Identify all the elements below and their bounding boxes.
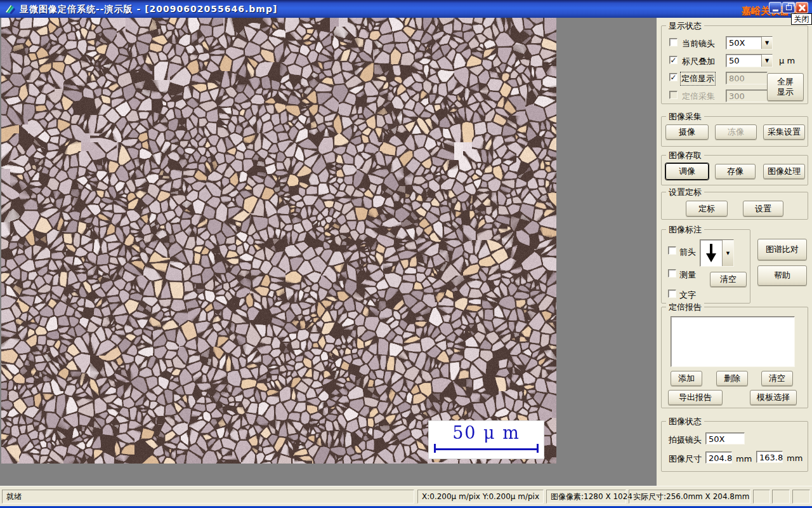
arrow-down-icon [700, 240, 722, 266]
save-image-button[interactable]: 存像 [715, 164, 756, 179]
group-calibration: 设置定标 定标 设置 [661, 192, 808, 220]
status-empty-2 [772, 490, 790, 504]
restore-icon [786, 5, 792, 10]
chevron-down-icon[interactable]: ▼ [761, 55, 772, 67]
status-actual-size: 实际尺寸:256.0mm X 204.8mm [629, 490, 750, 504]
group-image-status-title: 图像状态 [666, 416, 704, 427]
checkbox-text[interactable] [668, 290, 676, 298]
group-storage-title: 图像存取 [666, 150, 704, 161]
input-fixed-capture[interactable]: 300 [726, 90, 768, 102]
scale-bar-overlay: 50 μ m [429, 421, 544, 458]
scale-bar-line [434, 448, 539, 450]
combo-scale-value[interactable]: 50 ▼ [726, 54, 773, 67]
title-bar: 显微图像定倍系统--演示版 - [20090602055646.bmp] 嘉峪关… [0, 0, 812, 18]
group-capture-title: 图像采集 [666, 111, 704, 123]
group-calibration-title: 设置定标 [666, 187, 704, 198]
minimize-button[interactable] [769, 2, 782, 13]
close-icon [798, 4, 806, 11]
label-unit-mm-h: mm [787, 453, 802, 463]
settings-button[interactable]: 设置 [743, 201, 783, 217]
template-select-button[interactable]: 模板选择 [750, 390, 797, 405]
status-ready: 就绪 [2, 490, 414, 504]
app-window: 显微图像定倍系统--演示版 - [20090602055646.bmp] 嘉峪关… [0, 0, 812, 508]
report-add-button[interactable]: 添加 [671, 371, 702, 386]
group-report-title: 定倍报告 [666, 302, 704, 313]
label-arrow: 箭头 [679, 246, 696, 258]
group-annotation-title: 图像标注 [666, 224, 704, 236]
arrow-style-picker[interactable]: ▼ [700, 239, 734, 267]
chevron-down-icon[interactable]: ▼ [761, 37, 772, 49]
shoot-button[interactable]: 摄像 [665, 124, 709, 140]
capture-settings-button[interactable]: 采集设置 [763, 124, 805, 140]
checkbox-fixed-capture[interactable] [669, 91, 678, 99]
checkbox-measure[interactable] [668, 269, 676, 277]
label-scale-unit: μ m [779, 56, 795, 65]
minimize-icon [773, 10, 778, 11]
clear-annotation-button[interactable]: 清空 [710, 272, 747, 287]
group-capture: 图像采集 摄像 冻像 采集设置 [661, 116, 808, 147]
client-area: 50 μ m 显示状态 当前镜头 50X ▼ ✓ 标尺叠加 50 ▼ [0, 18, 812, 486]
checkbox-scale-overlay[interactable]: ✓ [669, 56, 678, 64]
group-storage: 图像存取 调像 存像 图像处理 [661, 155, 808, 185]
control-panel: 显示状态 当前镜头 50X ▼ ✓ 标尺叠加 50 ▼ μ m ✓ 定倍显示 8… [657, 18, 812, 486]
window-title: 显微图像定倍系统--演示版 - [20090602055646.bmp] [20, 4, 277, 15]
calibrate-button[interactable]: 定标 [686, 201, 728, 217]
group-display-status: 显示状态 当前镜头 50X ▼ ✓ 标尺叠加 50 ▼ μ m ✓ 定倍显示 8… [661, 25, 808, 104]
close-button[interactable] [796, 2, 808, 13]
micrograph-canvas[interactable] [1, 18, 556, 464]
chevron-down-icon[interactable]: ▼ [722, 240, 733, 266]
input-fixed-display[interactable]: 800 [726, 72, 768, 84]
image-process-button[interactable]: 图像处理 [763, 164, 805, 179]
label-current-lens: 当前镜头 [682, 38, 715, 50]
status-bar: 就绪 X:0.200μ m/pix Y:0.200μ m/pix 图像像素:12… [0, 486, 812, 506]
app-icon [4, 3, 16, 15]
load-image-button[interactable]: 调像 [665, 163, 709, 180]
label-text: 文字 [679, 290, 696, 301]
checkbox-fixed-display[interactable]: ✓ [669, 73, 678, 81]
close-tooltip: 关闭 [791, 13, 812, 25]
report-listbox[interactable] [671, 316, 795, 367]
freeze-button[interactable]: 冻像 [715, 124, 757, 140]
scale-bar-label: 50 μ m [429, 423, 544, 443]
status-empty-3 [792, 490, 810, 504]
label-unit-mm-w: mm [736, 454, 752, 464]
fullscreen-button[interactable]: 全屏显示 [767, 73, 804, 101]
group-annotation: 图像标注 箭头 ▼ 测量 清空 文字 [661, 229, 750, 304]
export-report-button[interactable]: 导出报告 [668, 390, 723, 405]
report-delete-button[interactable]: 删除 [716, 371, 748, 386]
status-image-pixels: 图像像素:1280 X 1024 [546, 490, 626, 504]
status-pixel-scale: X:0.200μ m/pix Y:0.200μ m/pix [417, 490, 544, 504]
input-image-width[interactable]: 204.8 [705, 451, 732, 464]
checkbox-current-lens[interactable] [669, 38, 678, 46]
label-fixed-capture: 定倍采集 [682, 91, 715, 102]
atlas-compare-button[interactable]: 图谱比对 [757, 239, 807, 260]
checkbox-arrow[interactable] [668, 246, 676, 255]
label-image-size: 图像尺寸 [669, 453, 702, 465]
label-scale-overlay: 标尺叠加 [682, 56, 715, 67]
combo-current-lens[interactable]: 50X ▼ [726, 36, 773, 50]
label-measure: 测量 [679, 269, 696, 281]
input-image-height[interactable]: 163.8 [756, 451, 783, 463]
status-empty-1 [753, 490, 770, 504]
input-shoot-lens[interactable]: 50X [705, 432, 745, 444]
group-display-status-title: 显示状态 [666, 20, 704, 32]
group-image-status: 图像状态 拍摄镜头 50X 图像尺寸 204.8 mm 163.8 mm [661, 421, 808, 472]
restore-button[interactable] [782, 2, 795, 13]
label-fixed-display: 定倍显示 [681, 73, 714, 84]
help-button[interactable]: 帮助 [757, 265, 807, 286]
label-shoot-lens: 拍摄镜头 [669, 434, 702, 446]
group-report: 定倍报告 添加 删除 清空 导出报告 模板选择 [661, 307, 808, 408]
report-clear-button[interactable]: 清空 [761, 371, 793, 386]
